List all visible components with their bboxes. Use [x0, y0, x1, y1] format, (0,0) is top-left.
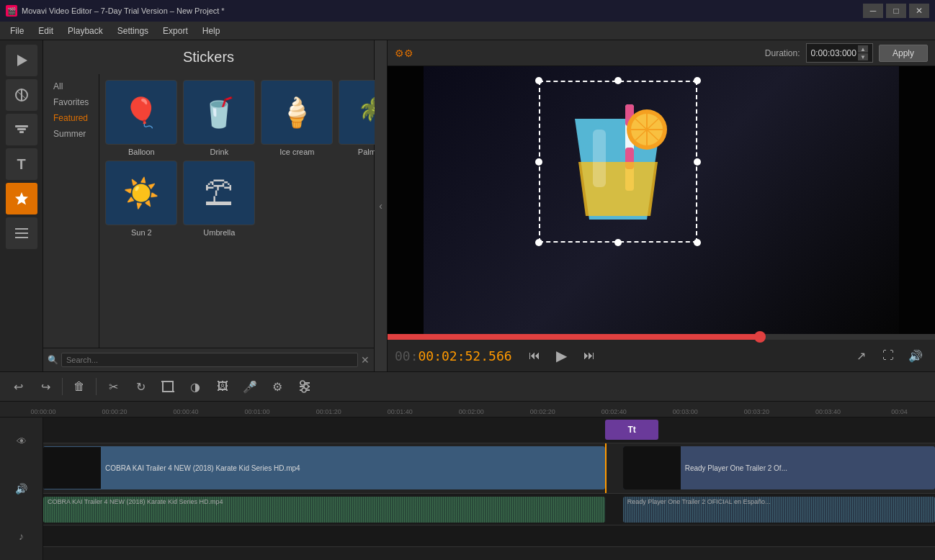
skip-back-button[interactable]: ⏮: [522, 345, 547, 366]
sticker-drink-thumb: 🥤: [183, 80, 255, 145]
settings-button[interactable]: ⚙: [265, 376, 290, 397]
close-button[interactable]: ✕: [909, 4, 929, 18]
menu-playback[interactable]: Playback: [61, 24, 110, 38]
rotate-button[interactable]: ↻: [128, 376, 153, 397]
ruler-mark-10: 00:03:20: [744, 408, 769, 415]
category-featured[interactable]: Featured: [48, 110, 94, 126]
sticker-sun2-thumb: ☀️: [105, 161, 177, 225]
menu-file[interactable]: File: [3, 24, 31, 38]
window-title: Movavi Video Editor – 7-Day Trial Versio…: [22, 6, 225, 15]
timeline-playhead[interactable]: [605, 443, 607, 493]
menu-export[interactable]: Export: [156, 24, 195, 38]
track-volume-icon[interactable]: 🔊: [15, 483, 27, 494]
stickers-tool-button[interactable]: [6, 183, 37, 214]
audio-clip-1[interactable]: COBRA KAI Trailer 4 NEW (2018) Karate Ki…: [43, 497, 605, 523]
panel-sidebar: All Favorites Featured Summer: [43, 74, 99, 348]
preview-scrubber[interactable]: [388, 334, 935, 340]
sticker-drink[interactable]: 🥤 Drink: [183, 80, 255, 156]
category-all[interactable]: All: [48, 78, 94, 94]
video-clip-1-label: COBRA KAI Trailer 4 NEW (2018) Karate Ki…: [101, 464, 305, 472]
video-clip-1[interactable]: COBRA KAI Trailer 4 NEW (2018) Karate Ki…: [43, 446, 605, 489]
handle-tr[interactable]: [694, 77, 701, 84]
video-clip-2[interactable]: Ready Player One Trailer 2 Of...: [623, 446, 935, 489]
ruler-mark-1: 00:00:20: [102, 408, 128, 415]
drink-sticker-svg: [553, 90, 683, 234]
stickers-grid: 🎈 Balloon 🥤 Drink 🍦 Ice cream 🌴 Palm tre…: [99, 74, 416, 348]
duration-down[interactable]: ▼: [858, 53, 868, 60]
category-favorites[interactable]: Favorites: [48, 94, 94, 110]
sticker-icecream-label: Ice cream: [261, 148, 333, 156]
audio-clip-2[interactable]: Ready Player One Trailer 2 OFICIAL en Es…: [623, 497, 935, 523]
sticker-icecream[interactable]: 🍦 Ice cream: [261, 80, 333, 156]
duration-value[interactable]: 0:00:03:000 ▲ ▼: [806, 43, 873, 63]
redo-button[interactable]: ↪: [33, 376, 58, 397]
volume-button[interactable]: 🔊: [903, 345, 928, 366]
track-eye-icon[interactable]: 👁: [17, 435, 27, 447]
panel-collapse-arrow[interactable]: ‹: [375, 40, 388, 371]
ruler-mark-4: 00:01:20: [316, 408, 341, 415]
svg-point-31: [302, 388, 306, 392]
export-preview-button[interactable]: ↗: [849, 345, 873, 366]
sticker-umbrella[interactable]: ⛱ Umbrella: [183, 161, 255, 237]
skip-forward-button[interactable]: ⏭: [577, 345, 601, 366]
sticker-sun2-label: Sun 2: [105, 228, 177, 237]
menu-edit[interactable]: Edit: [31, 24, 61, 38]
ruler-marks-container: 00:00:00 00:00:20 00:00:40 00:01:00 00:0…: [43, 402, 935, 415]
sticker-track-clip[interactable]: Tt: [605, 420, 658, 440]
sticker-selection[interactable]: [539, 81, 697, 243]
fullscreen-button[interactable]: ⛶: [876, 345, 900, 366]
handle-bl[interactable]: [535, 239, 542, 246]
duration-up[interactable]: ▲: [858, 45, 868, 53]
text-tool-button[interactable]: T: [6, 148, 37, 180]
transitions-tool-button[interactable]: [6, 217, 37, 249]
svg-rect-23: [163, 381, 173, 392]
handle-tc[interactable]: [614, 77, 622, 84]
menu-help[interactable]: Help: [195, 24, 228, 38]
menu-settings[interactable]: Settings: [110, 24, 156, 38]
svg-marker-7: [15, 192, 28, 205]
preview-canvas: [388, 66, 935, 334]
apply-button[interactable]: Apply: [879, 45, 928, 62]
left-toolbar: T: [0, 40, 43, 371]
levels-button[interactable]: [292, 376, 317, 397]
handle-br[interactable]: [694, 239, 701, 246]
handle-mr[interactable]: [694, 158, 701, 166]
media-tool-button[interactable]: [6, 45, 37, 76]
delete-button[interactable]: 🗑: [67, 376, 91, 397]
search-clear-button[interactable]: ✕: [361, 354, 370, 366]
maximize-button[interactable]: □: [886, 4, 906, 18]
handle-ml[interactable]: [535, 158, 542, 166]
play-button[interactable]: ▶: [550, 345, 574, 366]
minimize-button[interactable]: ─: [863, 4, 883, 18]
filters-tool-button[interactable]: [6, 114, 37, 145]
sticker-balloon[interactable]: 🎈 Balloon: [105, 80, 177, 156]
stickers-row-1: 🎈 Balloon 🥤 Drink 🍦 Ice cream 🌴 Palm tre…: [105, 80, 411, 156]
handle-bc[interactable]: [614, 239, 622, 246]
audio-record-button[interactable]: 🎤: [238, 376, 262, 397]
svg-rect-4: [15, 125, 28, 127]
handle-tl[interactable]: [535, 77, 542, 84]
svg-marker-0: [17, 55, 27, 66]
sticker-sun2[interactable]: ☀️ Sun 2: [105, 161, 177, 237]
window-controls[interactable]: ─ □ ✕: [863, 4, 929, 18]
duration-spinner: ▲ ▼: [858, 45, 868, 60]
audio-track: COBRA KAI Trailer 4 NEW (2018) Karate Ki…: [43, 494, 935, 525]
ruler-mark-0: 00:00:00: [30, 408, 55, 415]
undo-button[interactable]: ↩: [6, 376, 30, 397]
category-summer[interactable]: Summer: [48, 126, 94, 142]
sticker-umbrella-thumb: ⛱: [183, 161, 255, 225]
toolbar-separator-2: [96, 378, 97, 395]
cut-button[interactable]: ✂: [101, 376, 125, 397]
track-music-icon[interactable]: ♪: [19, 530, 24, 542]
preview-scrubber-thumb[interactable]: [754, 331, 766, 343]
color-button[interactable]: ◑: [183, 376, 207, 397]
ruler-mark-5: 00:01:40: [388, 408, 413, 415]
sticker-icecream-thumb: 🍦: [261, 80, 333, 145]
effects-tool-button[interactable]: [6, 79, 37, 111]
image-button[interactable]: 🖼: [210, 376, 235, 397]
timeline-ruler: 00:00:00 00:00:20 00:00:40 00:01:00 00:0…: [0, 402, 935, 417]
search-input[interactable]: [61, 353, 358, 367]
crop-button[interactable]: [156, 376, 180, 397]
preview-settings-icon: ⚙⚙: [395, 48, 413, 59]
sticker-umbrella-label: Umbrella: [183, 228, 255, 237]
